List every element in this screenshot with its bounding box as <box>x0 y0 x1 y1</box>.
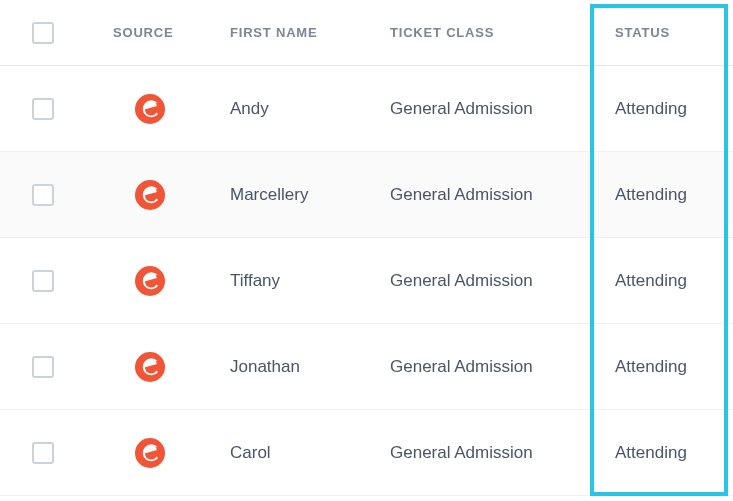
header-first-name-label: FIRST NAME <box>230 25 317 40</box>
row-source-cell <box>85 180 225 210</box>
svg-point-4 <box>135 438 165 468</box>
row-status: Attending <box>615 443 687 463</box>
svg-point-2 <box>135 266 165 296</box>
eventbrite-icon <box>135 180 165 210</box>
header-status: STATUS <box>595 25 733 40</box>
row-ticket: General Admission <box>390 271 533 291</box>
row-status-cell: Attending <box>595 271 733 291</box>
row-status: Attending <box>615 271 687 291</box>
row-name: Carol <box>230 443 271 463</box>
svg-point-3 <box>135 352 165 382</box>
table-row[interactable]: Jonathan General Admission Attending <box>0 324 733 410</box>
row-ticket-cell: General Admission <box>385 271 595 291</box>
row-ticket: General Admission <box>390 99 533 119</box>
row-source-cell <box>85 266 225 296</box>
row-status-cell: Attending <box>595 185 733 205</box>
row-name-cell: Jonathan <box>225 357 385 377</box>
header-source: SOURCE <box>85 25 225 40</box>
attendee-table: SOURCE FIRST NAME TICKET CLASS STATUS An… <box>0 0 733 496</box>
header-status-label: STATUS <box>615 25 670 40</box>
svg-point-0 <box>135 94 165 124</box>
row-name-cell: Marcellery <box>225 185 385 205</box>
eventbrite-icon <box>135 266 165 296</box>
row-checkbox-cell <box>0 184 85 206</box>
row-checkbox-cell <box>0 270 85 292</box>
row-checkbox-cell <box>0 98 85 120</box>
row-name: Tiffany <box>230 271 280 291</box>
row-status-cell: Attending <box>595 443 733 463</box>
row-ticket-cell: General Admission <box>385 443 595 463</box>
row-status: Attending <box>615 357 687 377</box>
row-name-cell: Andy <box>225 99 385 119</box>
row-name-cell: Carol <box>225 443 385 463</box>
row-ticket-cell: General Admission <box>385 185 595 205</box>
row-checkbox[interactable] <box>32 270 54 292</box>
row-checkbox-cell <box>0 356 85 378</box>
header-ticket-class-label: TICKET CLASS <box>390 25 494 40</box>
table-row[interactable]: Tiffany General Admission Attending <box>0 238 733 324</box>
row-checkbox[interactable] <box>32 356 54 378</box>
eventbrite-icon <box>135 438 165 468</box>
svg-point-1 <box>135 180 165 210</box>
row-checkbox[interactable] <box>32 98 54 120</box>
row-source-cell <box>85 438 225 468</box>
row-checkbox[interactable] <box>32 442 54 464</box>
row-ticket: General Admission <box>390 185 533 205</box>
row-name: Marcellery <box>230 185 308 205</box>
select-all-checkbox[interactable] <box>32 22 54 44</box>
table-header-row: SOURCE FIRST NAME TICKET CLASS STATUS <box>0 0 733 66</box>
eventbrite-icon <box>135 352 165 382</box>
row-name: Andy <box>230 99 269 119</box>
row-name: Jonathan <box>230 357 300 377</box>
row-name-cell: Tiffany <box>225 271 385 291</box>
table-row[interactable]: Carol General Admission Attending <box>0 410 733 496</box>
row-source-cell <box>85 94 225 124</box>
row-status-cell: Attending <box>595 99 733 119</box>
row-ticket-cell: General Admission <box>385 357 595 377</box>
row-checkbox[interactable] <box>32 184 54 206</box>
row-status: Attending <box>615 99 687 119</box>
row-status: Attending <box>615 185 687 205</box>
header-checkbox-cell <box>0 22 85 44</box>
row-ticket: General Admission <box>390 357 533 377</box>
row-ticket: General Admission <box>390 443 533 463</box>
row-ticket-cell: General Admission <box>385 99 595 119</box>
header-ticket-class: TICKET CLASS <box>385 25 595 40</box>
eventbrite-icon <box>135 94 165 124</box>
table-row[interactable]: Andy General Admission Attending <box>0 66 733 152</box>
row-source-cell <box>85 352 225 382</box>
row-checkbox-cell <box>0 442 85 464</box>
header-first-name: FIRST NAME <box>225 25 385 40</box>
header-source-label: SOURCE <box>113 25 173 40</box>
table-row[interactable]: Marcellery General Admission Attending <box>0 152 733 238</box>
row-status-cell: Attending <box>595 357 733 377</box>
